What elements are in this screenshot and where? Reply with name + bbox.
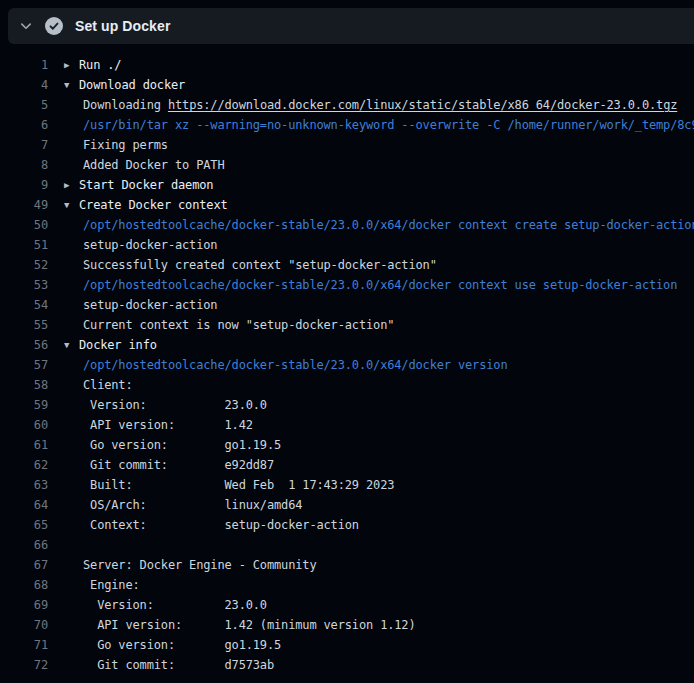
output-text-prefix: Downloading — [83, 98, 168, 112]
line-number[interactable]: 55 — [0, 315, 48, 335]
output-text: API version: 1.42 (minimum version 1.12) — [48, 615, 694, 635]
log-line: 52Successfully created context "setup-do… — [0, 255, 694, 275]
line-number[interactable]: 64 — [0, 495, 48, 515]
log-line[interactable]: 49▼Create Docker context — [0, 195, 694, 215]
line-number[interactable]: 63 — [0, 475, 48, 495]
group-title-text: Docker info — [79, 338, 157, 352]
output-text: Git commit: d7573ab — [48, 655, 694, 675]
line-number[interactable]: 54 — [0, 295, 48, 315]
log-line: 7Fixing perms — [0, 135, 694, 155]
output-text — [48, 535, 694, 555]
log-line: 72 Git commit: d7573ab — [0, 655, 694, 675]
group-chevron-collapsed-icon[interactable]: ▶ — [64, 175, 69, 195]
output-text: API version: 1.42 — [48, 415, 694, 435]
line-number[interactable]: 71 — [0, 635, 48, 655]
output-text: Successfully created context "setup-dock… — [48, 255, 694, 275]
line-number[interactable]: 49 — [0, 195, 48, 215]
line-number[interactable]: 68 — [0, 575, 48, 595]
group-title-text: Create Docker context — [79, 198, 228, 212]
line-number[interactable]: 61 — [0, 435, 48, 455]
line-number[interactable]: 69 — [0, 595, 48, 615]
line-number[interactable]: 60 — [0, 415, 48, 435]
line-number[interactable]: 59 — [0, 395, 48, 415]
log-line: 69 Version: 23.0.0 — [0, 595, 694, 615]
output-text: Go version: go1.19.5 — [48, 635, 694, 655]
line-number[interactable]: 4 — [0, 75, 48, 95]
step-title: Set up Docker — [75, 18, 170, 34]
line-number[interactable]: 8 — [0, 155, 48, 175]
group-chevron-expanded-icon[interactable]: ▼ — [64, 335, 69, 355]
log-line: 53/opt/hostedtoolcache/docker-stable/23.… — [0, 275, 694, 295]
log-line: 55Current context is now "setup-docker-a… — [0, 315, 694, 335]
group-title-text: Download docker — [79, 78, 185, 92]
line-number[interactable]: 51 — [0, 235, 48, 255]
log-line: 58Client: — [0, 375, 694, 395]
group-title-text: Start Docker daemon — [79, 178, 213, 192]
line-number[interactable]: 70 — [0, 615, 48, 635]
log-line: 5Downloading https://download.docker.com… — [0, 95, 694, 115]
group-title: ▼Download docker — [48, 75, 694, 95]
output-text: Added Docker to PATH — [48, 155, 694, 175]
log-line: 71 Go version: go1.19.5 — [0, 635, 694, 655]
log-line: 50/opt/hostedtoolcache/docker-stable/23.… — [0, 215, 694, 235]
log-line: 8Added Docker to PATH — [0, 155, 694, 175]
group-chevron-expanded-icon[interactable]: ▼ — [64, 75, 69, 95]
group-chevron-expanded-icon[interactable]: ▼ — [64, 195, 69, 215]
output-text: OS/Arch: linux/amd64 — [48, 495, 694, 515]
log-line[interactable]: 1▶Run ./ — [0, 55, 694, 75]
group-title: ▶Run ./ — [48, 55, 694, 75]
group-title: ▶Start Docker daemon — [48, 175, 694, 195]
log-line: 60 API version: 1.42 — [0, 415, 694, 435]
download-url-link[interactable]: https://download.docker.com/linux/static… — [168, 98, 677, 112]
log-line: 70 API version: 1.42 (minimum version 1.… — [0, 615, 694, 635]
step-header[interactable]: Set up Docker — [8, 8, 694, 44]
output-text: Version: 23.0.0 — [48, 595, 694, 615]
chevron-down-icon[interactable] — [19, 19, 33, 33]
line-number[interactable]: 67 — [0, 555, 48, 575]
output-text: Context: setup-docker-action — [48, 515, 694, 535]
line-number[interactable]: 65 — [0, 515, 48, 535]
log-line: 66 — [0, 535, 694, 555]
log-line: 63 Built: Wed Feb 1 17:43:29 2023 — [0, 475, 694, 495]
output-text: setup-docker-action — [48, 295, 694, 315]
log-line: 67Server: Docker Engine - Community — [0, 555, 694, 575]
line-number[interactable]: 72 — [0, 655, 48, 675]
log-line: 54setup-docker-action — [0, 295, 694, 315]
line-number[interactable]: 56 — [0, 335, 48, 355]
output-text: Current context is now "setup-docker-act… — [48, 315, 694, 335]
line-number[interactable]: 5 — [0, 95, 48, 115]
log-line: 64 OS/Arch: linux/amd64 — [0, 495, 694, 515]
log-line: 51setup-docker-action — [0, 235, 694, 255]
command-text: /opt/hostedtoolcache/docker-stable/23.0.… — [48, 275, 694, 295]
command-text: /opt/hostedtoolcache/docker-stable/23.0.… — [48, 355, 694, 375]
output-text: Server: Docker Engine - Community — [48, 555, 694, 575]
command-text: /usr/bin/tar xz --warning=no-unknown-key… — [48, 115, 694, 135]
log-line: 57/opt/hostedtoolcache/docker-stable/23.… — [0, 355, 694, 375]
output-text: Version: 23.0.0 — [48, 395, 694, 415]
output-text: Go version: go1.19.5 — [48, 435, 694, 455]
log-line[interactable]: 9▶Start Docker daemon — [0, 175, 694, 195]
output-text: Built: Wed Feb 1 17:43:29 2023 — [48, 475, 694, 495]
line-number[interactable]: 62 — [0, 455, 48, 475]
output-text: Downloading https://download.docker.com/… — [48, 95, 694, 115]
output-text: Git commit: e92dd87 — [48, 455, 694, 475]
line-number[interactable]: 7 — [0, 135, 48, 155]
line-number[interactable]: 1 — [0, 55, 48, 75]
group-chevron-collapsed-icon[interactable]: ▶ — [64, 55, 69, 75]
log-line: 68 Engine: — [0, 575, 694, 595]
line-number[interactable]: 50 — [0, 215, 48, 235]
line-number[interactable]: 53 — [0, 275, 48, 295]
log-line: 65 Context: setup-docker-action — [0, 515, 694, 535]
line-number[interactable]: 52 — [0, 255, 48, 275]
command-text: /opt/hostedtoolcache/docker-stable/23.0.… — [48, 215, 694, 235]
output-text: Engine: — [48, 575, 694, 595]
line-number[interactable]: 58 — [0, 375, 48, 395]
log-line: 61 Go version: go1.19.5 — [0, 435, 694, 455]
line-number[interactable]: 66 — [0, 535, 48, 555]
group-title: ▼Docker info — [48, 335, 694, 355]
log-line[interactable]: 56▼Docker info — [0, 335, 694, 355]
log-line[interactable]: 4▼Download docker — [0, 75, 694, 95]
line-number[interactable]: 6 — [0, 115, 48, 135]
line-number[interactable]: 9 — [0, 175, 48, 195]
line-number[interactable]: 57 — [0, 355, 48, 375]
